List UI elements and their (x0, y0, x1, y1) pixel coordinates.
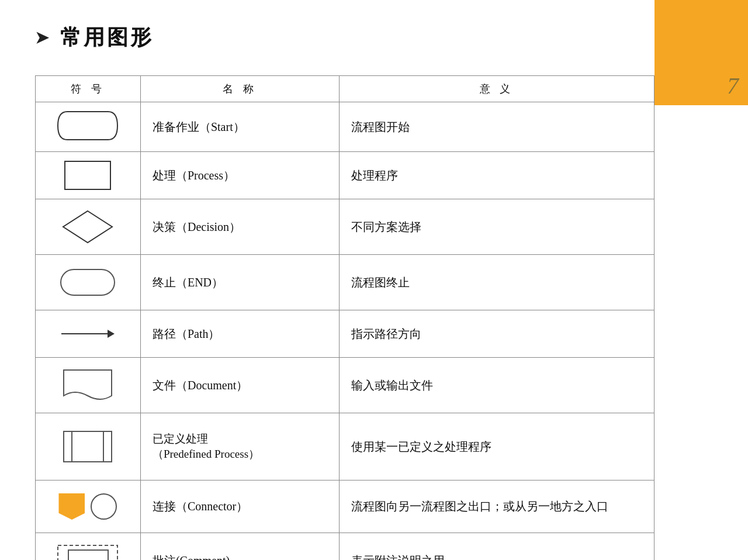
meaning-start: 流程图开始 (339, 102, 654, 152)
table-row: 准备作业（Start） 流程图开始 (36, 102, 654, 152)
table-row: 路径（Path） 指示路径方向 (36, 310, 654, 358)
table-row: 终止（END） 流程图终止 (36, 255, 654, 310)
symbol-connector (36, 481, 141, 533)
meaning-process: 处理程序 (339, 152, 654, 199)
page-title: 常用图形 (60, 23, 154, 52)
symbol-path (36, 310, 141, 358)
symbol-comment (36, 533, 141, 561)
page-container: 7 ➤ 常用图形 符 号 名 称 意 义 (0, 0, 748, 560)
sticky-note: 7 (654, 0, 748, 105)
name-process: 处理（Process） (140, 152, 339, 199)
name-start: 准备作业（Start） (140, 102, 339, 152)
comment-shape (56, 543, 120, 560)
svg-marker-0 (63, 211, 112, 243)
document-shape (61, 368, 114, 403)
decision-shape (61, 209, 114, 244)
path-arrow (108, 330, 115, 338)
connector-circle (91, 493, 117, 520)
table-header-row: 符 号 名 称 意 义 (36, 76, 654, 102)
path-line (61, 333, 108, 334)
meaning-path: 指示路径方向 (339, 310, 654, 358)
predefined-shape (61, 429, 114, 464)
table-row: 文件（Document） 输入或输出文件 (36, 358, 654, 413)
sticky-char: 7 (727, 72, 739, 99)
symbols-table: 符 号 名 称 意 义 准备作业（Start） 流程图开始 (35, 75, 654, 560)
name-predefined: 已定义处理（Predefined Process） (140, 413, 339, 481)
meaning-comment: 表示附注说明之用 (339, 533, 654, 561)
svg-rect-2 (64, 431, 112, 462)
process-shape (64, 161, 111, 190)
meaning-predefined: 使用某一已定义之处理程序 (339, 413, 654, 481)
connector-shapes (41, 488, 134, 526)
symbol-process (36, 152, 141, 199)
symbol-decision (36, 199, 141, 255)
meaning-connector: 流程图向另一流程图之出口；或从另一地方之入口 (339, 481, 654, 533)
name-comment: 批注(Comment) (140, 533, 339, 561)
end-shape (58, 267, 117, 298)
name-end: 终止（END） (140, 255, 339, 310)
name-document: 文件（Document） (140, 358, 339, 413)
header-name: 名 称 (140, 76, 339, 102)
meaning-decision: 不同方案选择 (339, 199, 654, 255)
start-shape (56, 109, 120, 142)
table-row: 决策（Decision） 不同方案选择 (36, 199, 654, 255)
name-path: 路径（Path） (140, 310, 339, 358)
table-wrapper: 符 号 名 称 意 义 准备作业（Start） 流程图开始 (35, 75, 654, 560)
table-row: 连接（Connector） 流程图向另一流程图之出口；或从另一地方之入口 (36, 481, 654, 533)
symbol-start (36, 102, 141, 152)
table-row: 处理（Process） 处理程序 (36, 152, 654, 199)
meaning-document: 输入或输出文件 (339, 358, 654, 413)
symbol-predefined (36, 413, 141, 481)
meaning-end: 流程图终止 (339, 255, 654, 310)
name-decision: 决策（Decision） (140, 199, 339, 255)
header-symbol: 符 号 (36, 76, 141, 102)
table-row: 已定义处理（Predefined Process） 使用某一已定义之处理程序 (36, 413, 654, 481)
symbol-document (36, 358, 141, 413)
page-title-area: ➤ 常用图形 (35, 23, 713, 52)
name-connector: 连接（Connector） (140, 481, 339, 533)
header-meaning: 意 义 (339, 76, 654, 102)
symbol-end (36, 255, 141, 310)
table-row: 批注(Comment) 表示附注说明之用 (36, 533, 654, 561)
svg-rect-6 (68, 550, 108, 560)
arrow-icon: ➤ (35, 28, 49, 47)
svg-rect-1 (61, 269, 115, 295)
connector-orange (58, 493, 85, 520)
